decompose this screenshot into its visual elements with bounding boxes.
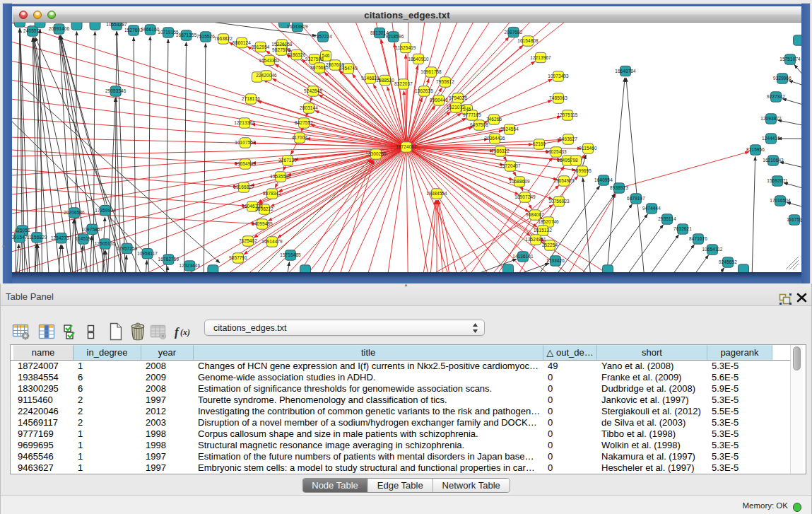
graph-node-label: 3675685 (310, 65, 329, 70)
column-header-out_de[interactable]: △ out_de… (543, 345, 597, 360)
function-builder-icon[interactable]: f (x) (174, 324, 194, 339)
cell-out_de: 0 (548, 417, 596, 428)
graph-node-label: 1527602 (124, 28, 143, 33)
union-columns-icon[interactable] (86, 323, 95, 340)
graph-node-label: 9242848 (304, 88, 322, 93)
tab-edge-table[interactable]: Edge Table (368, 479, 433, 492)
table-row[interactable]: 911546021997Tourette syndrome. Phenomeno… (11, 395, 791, 406)
graph-node-label: 16914479 (261, 239, 283, 244)
graph-node[interactable] (90, 23, 100, 30)
graph-node[interactable] (503, 264, 514, 272)
cell-year: 2003 (146, 417, 192, 428)
select-attributes-icon[interactable] (63, 323, 78, 340)
graph-node[interactable] (15, 23, 25, 27)
graph-node[interactable] (794, 35, 802, 45)
table-tabbar: Node TableEdge TableNetwork Table (0, 474, 812, 495)
graph-node[interactable] (300, 265, 311, 272)
cell-year: 2008 (146, 383, 192, 395)
cell-pagerank: 5.3E-5 (712, 417, 771, 428)
graph-edge-black (789, 81, 801, 88)
cell-pagerank: 5.3E-5 (712, 395, 771, 406)
cell-out_de: 49 (548, 361, 596, 372)
memory-status-label: Memory: OK (742, 501, 788, 510)
column-header-name[interactable]: name (13, 345, 73, 360)
table-row[interactable]: 946362711997Embryonic stem cells: a mode… (11, 462, 791, 474)
table-row[interactable]: 1872400712008Changes of HCN gene express… (11, 361, 791, 372)
cell-name: 9463627 (18, 462, 72, 474)
graph-node-label: 22420046 (256, 73, 277, 78)
show-columns-icon[interactable] (38, 323, 55, 340)
graph-edge-black (777, 120, 801, 127)
graph-node-label: 17957253 (117, 246, 138, 251)
table-row[interactable]: 946554611997Estimation of the future num… (11, 451, 791, 462)
table-selector-dropdown[interactable]: citations_edges.txt (204, 320, 485, 336)
cell-year: 1998 (146, 428, 192, 440)
column-header-pagerank[interactable]: pagerank (707, 345, 772, 360)
cell-name: 14569117 (18, 417, 72, 428)
graph-node-label: 1640954 (594, 177, 613, 182)
column-header-in_degree[interactable]: in_degree (73, 345, 141, 360)
network-canvas[interactable]: 2405571206914061055328715276029466160107… (12, 23, 801, 272)
graph-node-label: 13524851 (525, 237, 546, 242)
graph-node-label: 1588520 (376, 78, 394, 83)
table-row[interactable]: 1938455462009Genome-wide association stu… (11, 372, 791, 383)
cell-year: 2008 (146, 361, 192, 372)
graph-node-label: 9860124 (233, 40, 251, 45)
tab-node-table[interactable]: Node Table (302, 479, 368, 492)
table-row[interactable]: 977716911998Corpus callosum shape and si… (11, 428, 791, 440)
graph-node[interactable] (208, 265, 218, 272)
desktop: citations_edges.txt 24055712069140610553… (0, 0, 812, 514)
graph-node-label: 9245652 (719, 259, 737, 264)
graph-edge-black (669, 245, 695, 272)
graph-edge-red (12, 163, 237, 187)
cell-name: 9699695 (18, 440, 72, 451)
table-row[interactable]: 1456911722003Disruption of a novel membe… (11, 417, 791, 428)
table-mode-icon[interactable] (12, 323, 30, 340)
tab-network-table[interactable]: Network Table (433, 479, 510, 492)
graph-node[interactable] (35, 23, 45, 28)
column-header-title[interactable]: title (194, 345, 543, 360)
graph-edge-red (438, 200, 495, 272)
cell-year: 1998 (146, 440, 192, 451)
delete-column-icon[interactable] (129, 322, 146, 341)
cell-short: Tibbo et al. (1998) (601, 428, 706, 440)
graph-node-label: 10654112 (702, 247, 722, 252)
graph-edge-red (417, 201, 436, 273)
table-row[interactable]: 969969511998Structural magnetic resonanc… (11, 440, 791, 451)
graph-edge-black (779, 162, 801, 170)
graph-node-label: 8322037 (394, 81, 413, 86)
graph-node-label: 391547 (12, 235, 28, 240)
graph-node-label: 18907249 (514, 194, 536, 199)
cell-in_degree: 2 (78, 406, 140, 417)
column-header-year[interactable]: year (141, 345, 194, 360)
cell-short: Dudbridge et al. (2008) (601, 383, 706, 395)
column-header-short[interactable]: short (597, 345, 707, 360)
new-column-icon[interactable] (108, 322, 124, 341)
graph-node-label: 19218596 (383, 34, 404, 39)
graph-node[interactable] (739, 264, 749, 272)
table-row[interactable]: 1830029562008Estimation of significance … (11, 383, 791, 395)
desktop-artifact: ⌃ (1, 245, 6, 252)
graph-node-label: 10975867 (82, 227, 103, 232)
graph-node-label: 8215956 (746, 147, 765, 152)
close-panel-icon[interactable] (796, 292, 807, 303)
table-tabs: Node TableEdge TableNetwork Table (302, 478, 510, 493)
graph-node[interactable] (71, 23, 82, 30)
graph-node-label: 8878342 (263, 191, 281, 196)
cell-short: Yano et al. (2008) (601, 361, 706, 372)
table-selector-value: citations_edges.txt (213, 323, 287, 333)
graph-node-label: 1621072 (447, 105, 465, 110)
graph-node-label: 15716485 (280, 252, 301, 257)
graph-node-label: 18640910 (408, 57, 429, 62)
graph-node-label: 9463627 (559, 136, 577, 141)
scrollbar-thumb[interactable] (793, 346, 801, 370)
table-vertical-scrollbar[interactable] (790, 345, 803, 474)
cell-pagerank: 5.3E-5 (712, 361, 771, 372)
window-titlebar[interactable]: citations_edges.txt (12, 6, 801, 23)
graph-node-label: 6879197 (627, 196, 645, 201)
cell-year: 1997 (146, 395, 192, 406)
cell-in_degree: 1 (78, 440, 140, 451)
float-panel-icon[interactable] (779, 293, 792, 305)
graph-node[interactable] (603, 265, 613, 272)
table-row[interactable]: 2242004622012Investigating the contribut… (11, 406, 791, 417)
